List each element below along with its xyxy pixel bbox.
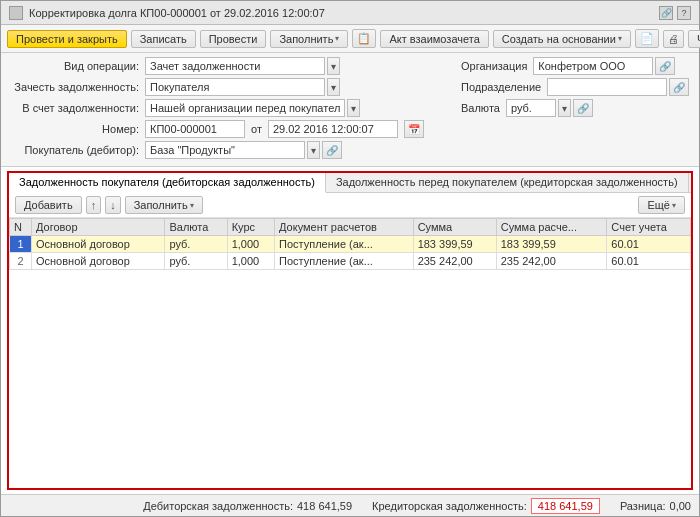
summa-raschet-cell: 235 242,00 [496,253,607,270]
status-bar: Дебиторская задолженность: 418 641,59 Кр… [1,494,699,516]
main-window: Корректировка долга КП00-000001 от 29.02… [0,0,700,517]
toolbar-icon1[interactable]: 📋 [352,29,376,48]
div-input[interactable] [547,78,667,96]
number-input[interactable] [145,120,245,138]
org-link-btn[interactable]: 🔗 [655,57,675,75]
act-button[interactable]: Акт взаимозачета [380,30,488,48]
summa-cell: 183 399,59 [413,236,496,253]
col-currency: Валюта [165,219,227,236]
toolbar-icon3[interactable]: 🖨 [663,30,684,48]
credit-value: 418 641,59 [531,498,600,514]
credit-input[interactable] [145,78,325,96]
form-area: Вид операции: ▾ Зачесть задолженность: ▾ [1,53,699,167]
operation-dropdown-btn[interactable]: ▾ [327,57,340,75]
buyer-input[interactable] [145,141,305,159]
buyer-link-btn[interactable]: 🔗 [322,141,342,159]
tabs-header: Задолженность покупателя (дебиторская за… [9,173,691,193]
tab-more-button[interactable]: Ещё ▾ [638,196,685,214]
currency-input[interactable] [506,99,556,117]
toolbar-icon2[interactable]: 📄 [635,29,659,48]
account-cell: 60.01 [607,253,691,270]
doc-cell: Поступление (ак... [275,236,414,253]
col-summa: Сумма [413,219,496,236]
account-label: В счет задолженности: [9,102,139,114]
form-col-right: Организация 🔗 Подразделение 🔗 [451,57,691,120]
check-button[interactable]: Чек [688,30,700,48]
org-input[interactable] [533,57,653,75]
tab-fill-arrow-icon: ▾ [190,201,194,210]
col-n: N [10,219,32,236]
title-bar: Корректировка долга КП00-000001 от 29.02… [1,1,699,25]
col-account: Счет учета [607,219,691,236]
from-label: от [251,123,262,135]
tab-fill-button[interactable]: Заполнить ▾ [125,196,203,214]
rate-cell: 1,000 [227,236,274,253]
div-input-group: 🔗 [547,78,689,96]
credit-dropdown-btn[interactable]: ▾ [327,78,340,96]
data-table-area: N Договор Валюта Курс Документ расчетов … [9,218,691,488]
table-row[interactable]: 1Основной договорруб.1,000Поступление (а… [10,236,691,253]
tabs-section: Задолженность покупателя (дебиторская за… [7,171,693,490]
fill-arrow-icon: ▾ [335,34,339,43]
debit-label: Дебиторская задолженность: [143,500,293,512]
link-icon[interactable]: 🔗 [659,6,673,20]
save-button[interactable]: Записать [131,30,196,48]
operation-input[interactable] [145,57,325,75]
summa-raschet-cell: 183 399,59 [496,236,607,253]
currency-input-group: ▾ 🔗 [506,99,593,117]
post-button[interactable]: Провести [200,30,267,48]
add-button[interactable]: Добавить [15,196,82,214]
tab-toolbar: Добавить ↑ ↓ Заполнить ▾ Ещё ▾ [9,193,691,218]
table-row[interactable]: 2Основной договорруб.1,000Поступление (а… [10,253,691,270]
account-input-group: ▾ [145,99,360,117]
debit-status: Дебиторская задолженность: 418 641,59 [143,500,352,512]
div-row: Подразделение 🔗 [451,78,691,96]
currency-cell: руб. [165,236,227,253]
move-up-btn[interactable]: ↑ [86,196,102,214]
currency-dropdown-btn[interactable]: ▾ [558,99,571,117]
date-input[interactable] [268,120,398,138]
operation-input-group: ▾ [145,57,340,75]
date-picker-btn[interactable]: 📅 [404,120,424,138]
tab-more-arrow-icon: ▾ [672,201,676,210]
tab-creditor[interactable]: Задолженность перед покупателем (кредито… [326,173,689,192]
row-number: 1 [10,236,32,253]
move-down-btn[interactable]: ↓ [105,196,121,214]
number-row: Номер: от 📅 [9,120,691,138]
org-label: Организация [461,60,527,72]
help-icon[interactable]: ? [677,6,691,20]
account-input[interactable] [145,99,345,117]
div-link-btn[interactable]: 🔗 [669,78,689,96]
table-body: 1Основной договорруб.1,000Поступление (а… [10,236,691,270]
buyer-dropdown-btn[interactable]: ▾ [307,141,320,159]
operation-label: Вид операции: [9,60,139,72]
currency-label: Валюта [461,102,500,114]
diff-status: Разница: 0,00 [620,500,691,512]
data-table: N Договор Валюта Курс Документ расчетов … [9,218,691,270]
dogovor-cell: Основной договор [31,236,164,253]
credit-row: Зачесть задолженность: ▾ [9,78,451,96]
window-title: Корректировка долга КП00-000001 от 29.02… [29,7,325,19]
buyer-label: Покупатель (дебитор): [9,144,139,156]
form-two-col: Вид операции: ▾ Зачесть задолженность: ▾ [9,57,691,120]
post-close-button[interactable]: Провести и закрыть [7,30,127,48]
col-rate: Курс [227,219,274,236]
credit-label: Зачесть задолженность: [9,81,139,93]
account-dropdown-btn[interactable]: ▾ [347,99,360,117]
currency-link-btn[interactable]: 🔗 [573,99,593,117]
dogovor-cell: Основной договор [31,253,164,270]
summa-cell: 235 242,00 [413,253,496,270]
buyer-input-group: ▾ 🔗 [145,141,342,159]
create-based-arrow-icon: ▾ [618,34,622,43]
form-col-left: Вид операции: ▾ Зачесть задолженность: ▾ [9,57,451,120]
credit-status: Кредиторская задолженность: 418 641,59 [372,498,600,514]
buyer-row: Покупатель (дебитор): ▾ 🔗 [9,141,691,159]
row-number: 2 [10,253,32,270]
fill-button[interactable]: Заполнить ▾ [270,30,348,48]
table-header-row: N Договор Валюта Курс Документ расчетов … [10,219,691,236]
diff-value: 0,00 [670,500,691,512]
tab-debtor[interactable]: Задолженность покупателя (дебиторская за… [9,173,326,193]
create-based-button[interactable]: Создать на основании ▾ [493,30,631,48]
title-bar-left: Корректировка долга КП00-000001 от 29.02… [9,6,325,20]
operation-row: Вид операции: ▾ [9,57,451,75]
